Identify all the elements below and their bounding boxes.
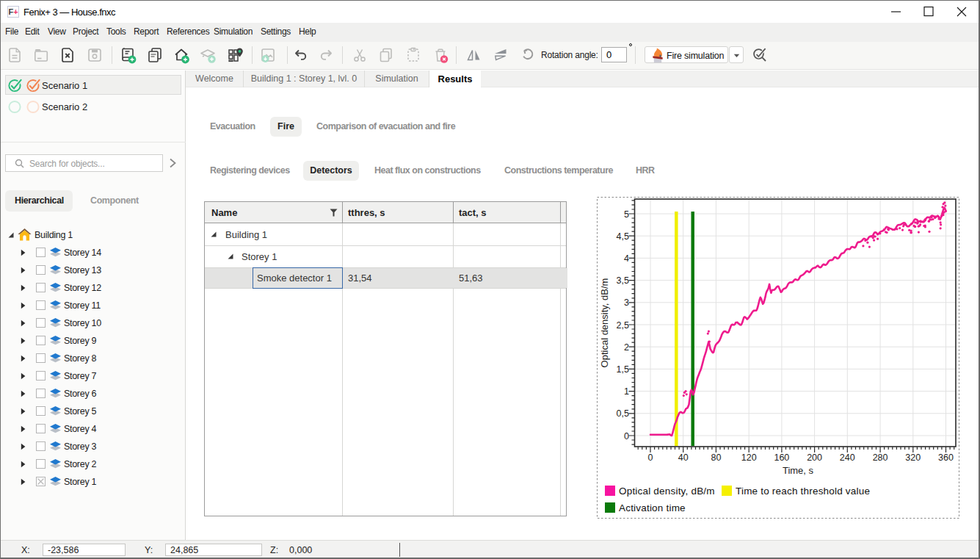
svg-text:Time, s: Time, s: [783, 465, 814, 476]
svg-text:1: 1: [624, 386, 629, 397]
svg-text:Optical density, dB/m: Optical density, dB/m: [619, 486, 715, 497]
svg-text:40: 40: [678, 452, 689, 463]
svg-text:4: 4: [624, 253, 629, 264]
svg-text:360: 360: [938, 452, 954, 463]
svg-text:3: 3: [624, 297, 629, 308]
svg-text:2,5: 2,5: [617, 320, 629, 331]
svg-text:5: 5: [624, 209, 629, 220]
svg-text:200: 200: [807, 452, 822, 463]
svg-text:1,5: 1,5: [617, 364, 629, 375]
svg-text:240: 240: [840, 452, 855, 463]
svg-text:Time to reach threshold value: Time to reach threshold value: [736, 486, 870, 497]
svg-text:320: 320: [905, 452, 921, 463]
svg-text:0: 0: [648, 452, 653, 463]
svg-text:3,5: 3,5: [617, 275, 629, 286]
svg-text:120: 120: [741, 452, 757, 463]
svg-text:0,5: 0,5: [617, 408, 629, 419]
svg-text:80: 80: [711, 452, 721, 463]
svg-text:4,5: 4,5: [617, 231, 629, 242]
svg-text:Activation time: Activation time: [619, 502, 686, 513]
svg-text:280: 280: [873, 452, 888, 463]
svg-text:0: 0: [624, 431, 629, 441]
svg-text:Optical density, dB/m: Optical density, dB/m: [599, 278, 610, 368]
svg-text:160: 160: [774, 452, 789, 463]
svg-text:2: 2: [624, 342, 629, 353]
